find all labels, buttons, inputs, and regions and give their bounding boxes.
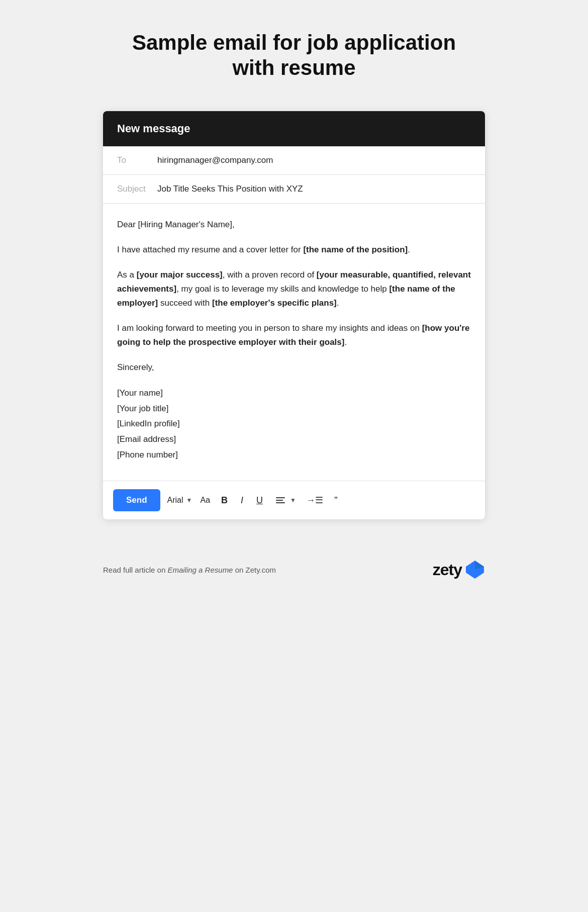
zety-logo: zety	[433, 560, 485, 580]
italic-button[interactable]: I	[238, 493, 246, 508]
email-container: New message To hiringmanager@company.com…	[103, 111, 485, 519]
to-field[interactable]: To hiringmanager@company.com	[103, 146, 485, 175]
email-body: Dear [Hiring Manager's Name], I have att…	[103, 204, 485, 473]
paragraph2-mid3: succeed with	[158, 298, 212, 308]
page-title: Sample email for job application with re…	[118, 30, 470, 81]
paragraph2-mid2: , my goal is to leverage my skills and k…	[176, 284, 389, 294]
subject-value: Job Title Seeks This Position with XYZ	[157, 184, 303, 194]
blockquote-icon[interactable]: ”	[332, 493, 340, 508]
greeting-paragraph: Dear [Hiring Manager's Name],	[117, 218, 471, 232]
paragraph1-end: .	[408, 245, 410, 254]
paragraph2-mid1: , with a proven record of	[223, 270, 317, 280]
send-button[interactable]: Send	[113, 489, 160, 511]
align-chevron-icon: ▼	[289, 497, 297, 504]
font-name: Arial	[167, 496, 183, 505]
paragraph2-end: .	[337, 298, 339, 308]
footer-text-suffix: on Zety.com	[233, 566, 276, 574]
font-selector[interactable]: Arial ▼	[167, 496, 192, 505]
email-header-title: New message	[117, 122, 190, 135]
footer-text-prefix: Read full article on	[103, 566, 167, 574]
signature-email: [Email address]	[117, 432, 471, 447]
underline-button[interactable]: U	[253, 493, 266, 508]
paragraph2-start: As a	[117, 270, 137, 280]
subject-field[interactable]: Subject Job Title Seeks This Position wi…	[103, 175, 485, 204]
paragraph3-start: I am looking forward to meeting you in p…	[117, 323, 422, 333]
signature-phone: [Phone number]	[117, 447, 471, 463]
greeting-text: Dear [Hiring Manager's Name],	[117, 220, 235, 229]
sincerely-paragraph: Sincerely,	[117, 360, 471, 375]
sincerely-text: Sincerely,	[117, 362, 154, 372]
email-header: New message	[103, 111, 485, 146]
zety-diamond-icon	[465, 560, 485, 580]
body-paragraph-1: I have attached my resume and a cover le…	[117, 243, 471, 257]
bold-button[interactable]: B	[218, 493, 231, 508]
paragraph2-bold1: [your major success]	[137, 270, 223, 280]
brand-name: zety	[433, 561, 462, 579]
font-chevron-icon: ▼	[186, 497, 192, 504]
paragraph2-bold4: [the employer's specific plans]	[212, 298, 337, 308]
signature-title: [Your job title]	[117, 401, 471, 417]
footer-text: Read full article on Emailing a Resume o…	[103, 566, 276, 574]
indent-icon[interactable]: →☰	[304, 493, 325, 508]
align-left-icon[interactable]	[273, 495, 288, 505]
to-value: hiringmanager@company.com	[157, 155, 273, 165]
paragraph1-plain: I have attached my resume and a cover le…	[117, 245, 303, 254]
paragraph1-bold: [the name of the position]	[303, 245, 408, 254]
signature-name: [Your name]	[117, 386, 471, 401]
to-label: To	[117, 155, 157, 165]
footer-section: Read full article on Emailing a Resume o…	[103, 560, 485, 580]
body-paragraph-2: As a [your major success], with a proven…	[117, 268, 471, 310]
paragraph3-end: .	[344, 337, 347, 347]
footer-link-text[interactable]: Emailing a Resume	[167, 566, 233, 574]
signature-block: [Your name] [Your job title] [LinkedIn p…	[117, 386, 471, 463]
signature-linkedin: [LinkedIn profile]	[117, 416, 471, 432]
font-size-button[interactable]: Aa	[199, 494, 211, 507]
align-group[interactable]: ▼	[273, 495, 297, 505]
subject-label: Subject	[117, 184, 157, 194]
body-paragraph-3: I am looking forward to meeting you in p…	[117, 321, 471, 349]
email-toolbar: Send Arial ▼ Aa B I U ▼ →☰ ”	[103, 481, 485, 519]
